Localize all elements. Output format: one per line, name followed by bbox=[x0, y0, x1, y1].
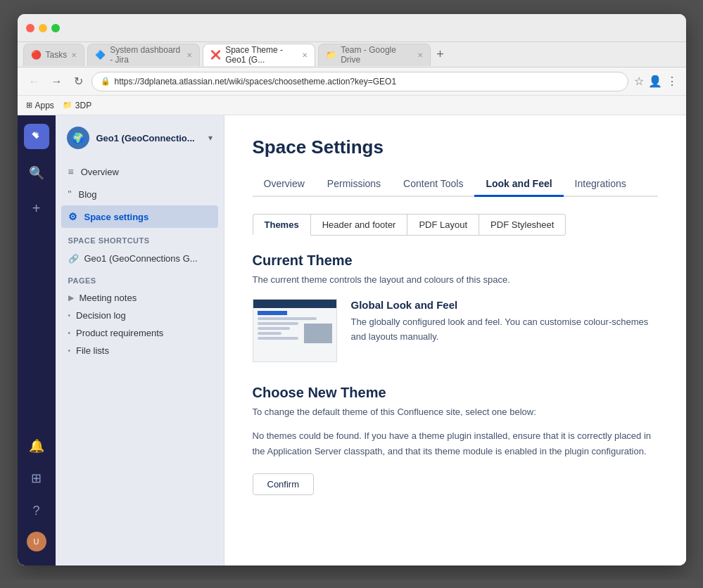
settings-gear-icon: ⚙ bbox=[68, 211, 77, 222]
create-icon[interactable]: + bbox=[25, 197, 48, 219]
theme-tab-themes[interactable]: Themes bbox=[253, 214, 311, 236]
pages-section: ▶ Meeting notes • Decision log • Product… bbox=[56, 289, 224, 359]
page-item-product-requirements[interactable]: • Product requirements bbox=[61, 324, 218, 342]
space-theme-tab-icon: ❌ bbox=[210, 50, 221, 60]
tab-permissions[interactable]: Permissions bbox=[316, 172, 392, 197]
drive-tab-icon: 📁 bbox=[326, 50, 336, 60]
theme-preview-card: Global Look and Feel The globally config… bbox=[253, 299, 658, 362]
tab-integrations[interactable]: Integrations bbox=[564, 172, 638, 197]
page-item-file-lists[interactable]: • File lists bbox=[61, 342, 218, 359]
tab-jira[interactable]: 🔷 System dashboard - Jira ✕ bbox=[87, 44, 200, 66]
tab-content-tools[interactable]: Content Tools bbox=[392, 172, 474, 197]
url-text: https://3dplaneta.atlassian.net/wiki/spa… bbox=[115, 77, 397, 87]
shortcut-geo1[interactable]: 🔗 Geo1 (GeoConnections G... bbox=[61, 249, 218, 268]
shortcuts-section-label: Space Shortcuts bbox=[56, 228, 224, 249]
jira-tab-close[interactable]: ✕ bbox=[186, 51, 192, 59]
help-icon[interactable]: ? bbox=[25, 499, 48, 522]
current-theme-desc: The current theme controls the layout an… bbox=[253, 274, 658, 285]
apps-grid-icon[interactable]: ⊞ bbox=[25, 467, 48, 490]
main-content: Space Settings Overview Permissions Cont… bbox=[224, 115, 686, 565]
browser-actions: ☆ 👤 ⋮ bbox=[634, 75, 678, 88]
current-theme-title: Current Theme bbox=[253, 253, 658, 269]
sidebar-nav: ≡ Overview " Blog ⚙ Space settings bbox=[56, 160, 224, 228]
tab-overview[interactable]: Overview bbox=[253, 172, 316, 197]
theme-tab-pdf-stylesheet[interactable]: PDF Stylesheet bbox=[479, 214, 566, 236]
apps-bookmark-label: Apps bbox=[35, 101, 54, 110]
tasks-tab-label: Tasks bbox=[46, 50, 68, 60]
traffic-lights bbox=[26, 24, 60, 32]
space-name: Geo1 (GeoConnectio... bbox=[96, 133, 201, 143]
sidebar-item-blog[interactable]: " Blog bbox=[61, 183, 218, 205]
space-theme-tab-close[interactable]: ✕ bbox=[302, 51, 308, 59]
page-title: Space Settings bbox=[253, 136, 658, 158]
bookmark-icon[interactable]: ☆ bbox=[634, 75, 644, 88]
theme-preview-image bbox=[253, 299, 337, 362]
sidebar: 🌍 Geo1 (GeoConnectio... ▾ ≡ Overview " B… bbox=[56, 115, 224, 565]
top-nav-tabs: Overview Permissions Content Tools Look … bbox=[253, 172, 658, 197]
theme-tab-pdf-layout[interactable]: PDF Layout bbox=[407, 214, 479, 236]
minimize-button[interactable] bbox=[39, 24, 47, 32]
tabs-bar: 🔴 Tasks ✕ 🔷 System dashboard - Jira ✕ ❌ … bbox=[18, 42, 686, 68]
page-item-decision-log[interactable]: • Decision log bbox=[61, 307, 218, 324]
profile-icon[interactable]: 👤 bbox=[648, 75, 662, 88]
bullet-icon: • bbox=[68, 347, 71, 354]
tasks-tab-close[interactable]: ✕ bbox=[71, 51, 77, 59]
page-item-meeting-notes[interactable]: ▶ Meeting notes bbox=[61, 289, 218, 307]
overview-label: Overview bbox=[81, 167, 119, 177]
left-nav: 🔍 + 🔔 ⊞ ? U bbox=[18, 115, 56, 565]
jira-tab-icon: 🔷 bbox=[95, 50, 106, 60]
choose-theme-desc: To change the default theme of this Conf… bbox=[253, 407, 658, 417]
maximize-button[interactable] bbox=[51, 24, 60, 32]
new-tab-button[interactable]: + bbox=[433, 47, 447, 62]
sidebar-item-overview[interactable]: ≡ Overview bbox=[61, 160, 218, 183]
sidebar-item-space-settings[interactable]: ⚙ Space settings bbox=[61, 205, 218, 228]
bookmark-3dp[interactable]: 📁 3DP bbox=[63, 101, 91, 110]
avatar-initials: U bbox=[34, 537, 39, 546]
browser-window: 🔴 Tasks ✕ 🔷 System dashboard - Jira ✕ ❌ … bbox=[18, 14, 686, 565]
close-button[interactable] bbox=[26, 24, 34, 32]
3dp-bookmark-icon: 📁 bbox=[63, 101, 72, 110]
reload-button[interactable]: ↻ bbox=[71, 73, 86, 89]
drive-tab-close[interactable]: ✕ bbox=[417, 51, 423, 59]
user-avatar[interactable]: U bbox=[27, 532, 46, 551]
app-layout: 🔍 + 🔔 ⊞ ? U 🌍 Geo1 (GeoConnectio... ▾ ≡ bbox=[18, 115, 686, 565]
forward-button[interactable]: → bbox=[49, 74, 65, 89]
space-dropdown-chevron[interactable]: ▾ bbox=[208, 133, 213, 143]
url-bar[interactable]: 🔒 https://3dplaneta.atlassian.net/wiki/s… bbox=[91, 72, 628, 91]
tab-space-theme[interactable]: ❌ Space Theme - Geo1 (G... ✕ bbox=[203, 44, 315, 66]
notifications-icon[interactable]: 🔔 bbox=[25, 435, 48, 457]
space-theme-tab-label: Space Theme - Geo1 (G... bbox=[225, 45, 298, 65]
space-settings-label: Space settings bbox=[84, 212, 149, 222]
blog-label: Blog bbox=[78, 189, 96, 200]
theme-description: The globally configured look and feel. Y… bbox=[351, 315, 658, 345]
tab-drive[interactable]: 📁 Team - Google Drive ✕ bbox=[318, 44, 431, 66]
expand-arrow-icon: ▶ bbox=[68, 293, 74, 302]
tab-tasks[interactable]: 🔴 Tasks ✕ bbox=[23, 44, 85, 66]
external-link-icon: 🔗 bbox=[68, 254, 79, 264]
app-logo[interactable] bbox=[24, 124, 49, 149]
3dp-bookmark-label: 3DP bbox=[75, 101, 91, 110]
shortcut-geo1-label: Geo1 (GeoConnections G... bbox=[84, 253, 198, 264]
theme-name: Global Look and Feel bbox=[351, 299, 658, 311]
lock-icon: 🔒 bbox=[101, 77, 110, 86]
search-icon[interactable]: 🔍 bbox=[25, 162, 48, 184]
theme-info: Global Look and Feel The globally config… bbox=[351, 299, 658, 345]
titlebar bbox=[18, 14, 686, 42]
space-icon: 🌍 bbox=[67, 127, 89, 149]
bookmark-apps[interactable]: ⊞ Apps bbox=[26, 101, 54, 110]
theme-tab-header-footer[interactable]: Header and footer bbox=[311, 214, 408, 236]
menu-icon[interactable]: ⋮ bbox=[666, 75, 678, 88]
overview-icon: ≡ bbox=[68, 166, 74, 177]
jira-tab-label: System dashboard - Jira bbox=[110, 45, 182, 65]
confirm-button[interactable]: Confirm bbox=[253, 473, 315, 495]
pages-section-label: Pages bbox=[56, 268, 224, 289]
choose-theme-title: Choose New Theme bbox=[253, 385, 658, 401]
no-themes-text: No themes could be found. If you have a … bbox=[253, 428, 658, 459]
product-requirements-label: Product requirements bbox=[76, 328, 163, 338]
bookmarks-bar: ⊞ Apps 📁 3DP bbox=[18, 96, 686, 115]
blog-icon: " bbox=[68, 188, 72, 200]
sidebar-header: 🌍 Geo1 (GeoConnectio... ▾ bbox=[56, 127, 224, 160]
tasks-tab-icon: 🔴 bbox=[31, 50, 42, 60]
back-button[interactable]: ← bbox=[26, 74, 43, 89]
tab-look-and-feel[interactable]: Look and Feel bbox=[474, 172, 563, 197]
